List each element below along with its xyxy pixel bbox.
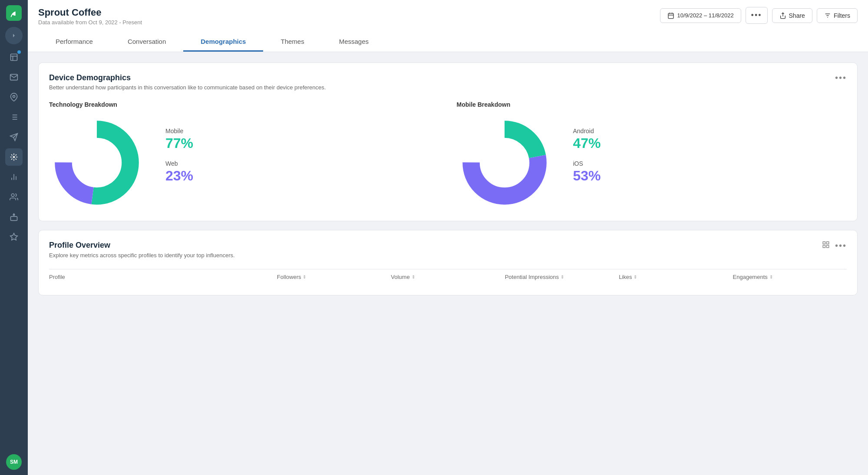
calendar-icon	[667, 12, 674, 19]
profile-card-menu-button[interactable]: •••	[835, 241, 847, 250]
filters-button[interactable]: Filters	[817, 8, 858, 23]
profile-card-actions: •••	[822, 241, 847, 250]
title-area: Sprout Coffee Data available from Oct 9,…	[38, 7, 142, 26]
collapse-button[interactable]	[5, 27, 23, 44]
ios-legend-item: iOS 53%	[573, 160, 601, 184]
col-impressions-label: Potential Impressions	[505, 274, 559, 280]
mobile-breakdown-section: Mobile Breakdown	[457, 101, 847, 210]
mobile-label: Mobile	[165, 128, 193, 134]
android-value: 47%	[573, 135, 601, 151]
app-logo[interactable]	[6, 5, 22, 21]
svg-point-30	[74, 140, 120, 186]
ios-label: iOS	[573, 160, 601, 167]
share-icon	[779, 12, 786, 19]
volume-sort-icon: ⇕	[412, 275, 415, 279]
tab-conversation[interactable]: Conversation	[110, 33, 183, 52]
followers-sort-icon: ⇕	[303, 275, 306, 279]
profile-card-title: Profile Overview	[49, 241, 110, 250]
content-area: Device Demographics ••• Better understan…	[28, 52, 868, 475]
technology-legend: Mobile 77% Web 23%	[165, 128, 193, 184]
header: Sprout Coffee Data available from Oct 9,…	[28, 0, 868, 52]
mobile-chart-wrapper: Mobile Breakdown	[457, 101, 552, 210]
web-legend-item: Web 23%	[165, 160, 193, 184]
ellipsis-icon: •••	[751, 11, 762, 20]
page-title: Sprout Coffee	[38, 7, 142, 18]
profile-card-description: Explore key metrics across specific prof…	[49, 252, 847, 259]
sidebar-item-analytics[interactable]	[5, 148, 23, 166]
col-volume-label: Volume	[391, 274, 409, 280]
charts-row: Technology Breakdown	[49, 101, 847, 210]
profile-card-header: Profile Overview •••	[49, 241, 847, 250]
grid-view-button[interactable]	[822, 241, 830, 250]
device-demographics-card: Device Demographics ••• Better understan…	[38, 62, 858, 221]
mobile-legend: Android 47% iOS 53%	[573, 128, 601, 184]
sidebar-item-mail[interactable]	[5, 69, 23, 86]
col-engagements[interactable]: Engagements ⇕	[733, 274, 847, 280]
main-content: Sprout Coffee Data available from Oct 9,…	[28, 0, 868, 475]
svg-point-10	[13, 156, 14, 157]
more-options-button[interactable]: •••	[746, 7, 768, 24]
card-title: Device Demographics	[49, 73, 131, 82]
tab-performance[interactable]: Performance	[38, 33, 110, 52]
col-impressions[interactable]: Potential Impressions ⇕	[505, 274, 619, 280]
col-volume[interactable]: Volume ⇕	[391, 274, 505, 280]
col-followers[interactable]: Followers ⇕	[277, 274, 391, 280]
card-menu-button[interactable]: •••	[835, 73, 847, 82]
mobile-value: 77%	[165, 135, 193, 151]
technology-chart-wrapper: Technology Breakdown	[49, 101, 145, 210]
tab-messages[interactable]: Messages	[322, 33, 386, 52]
sidebar-item-people[interactable]	[5, 188, 23, 206]
user-avatar[interactable]: SM	[6, 454, 22, 470]
card-description: Better understand how participants in th…	[49, 84, 847, 91]
engagements-sort-icon: ⇕	[769, 275, 773, 279]
table-header: Profile Followers ⇕ Volume ⇕ Potential I…	[49, 269, 847, 285]
android-legend-item: Android 47%	[573, 128, 601, 151]
svg-point-14	[11, 194, 14, 197]
filters-label: Filters	[834, 12, 850, 19]
nav-tabs: Performance Conversation Demographics Th…	[38, 33, 858, 52]
date-range-button[interactable]: 10/9/2022 – 11/8/2022	[660, 8, 741, 23]
sidebar-item-list[interactable]	[5, 108, 23, 126]
share-button[interactable]: Share	[772, 8, 812, 23]
sidebar-item-star[interactable]	[5, 228, 23, 246]
mobile-legend-item: Mobile 77%	[165, 128, 193, 151]
svg-rect-37	[826, 246, 828, 248]
col-likes[interactable]: Likes ⇕	[619, 274, 733, 280]
sidebar-item-send[interactable]	[5, 128, 23, 146]
web-label: Web	[165, 160, 193, 167]
header-actions: 10/9/2022 – 11/8/2022 ••• Share Filters	[660, 7, 858, 24]
ios-value: 53%	[573, 168, 601, 184]
svg-rect-34	[823, 242, 825, 244]
web-value: 23%	[165, 168, 193, 184]
col-profile-label: Profile	[49, 274, 65, 280]
sidebar: SM	[0, 0, 28, 475]
technology-breakdown-title: Technology Breakdown	[49, 101, 117, 108]
filters-icon	[824, 12, 831, 19]
sidebar-item-inbox[interactable]	[5, 49, 23, 66]
date-range-label: 10/9/2022 – 11/8/2022	[677, 12, 733, 19]
mobile-donut-chart	[457, 115, 552, 210]
svg-point-33	[482, 140, 528, 186]
android-label: Android	[573, 128, 601, 134]
col-likes-label: Likes	[619, 274, 632, 280]
sidebar-item-reports[interactable]	[5, 168, 23, 186]
card-header: Device Demographics •••	[49, 73, 847, 82]
svg-marker-19	[10, 233, 18, 240]
svg-rect-20	[668, 13, 673, 18]
col-profile[interactable]: Profile	[49, 274, 277, 280]
sidebar-item-bot[interactable]	[5, 208, 23, 226]
svg-rect-15	[11, 216, 17, 220]
likes-sort-icon: ⇕	[634, 275, 637, 279]
mobile-breakdown-title: Mobile Breakdown	[457, 101, 511, 108]
svg-rect-35	[826, 242, 828, 244]
svg-rect-0	[11, 54, 17, 61]
page-subtitle: Data available from Oct 9, 2022 - Presen…	[38, 19, 142, 26]
sidebar-item-pin[interactable]	[5, 88, 23, 106]
impressions-sort-icon: ⇕	[561, 275, 564, 279]
svg-point-1	[13, 95, 15, 98]
technology-breakdown-section: Technology Breakdown	[49, 101, 439, 210]
technology-donut-chart	[49, 115, 145, 210]
tab-demographics[interactable]: Demographics	[183, 33, 263, 52]
svg-rect-36	[823, 246, 825, 248]
tab-themes[interactable]: Themes	[263, 33, 321, 52]
